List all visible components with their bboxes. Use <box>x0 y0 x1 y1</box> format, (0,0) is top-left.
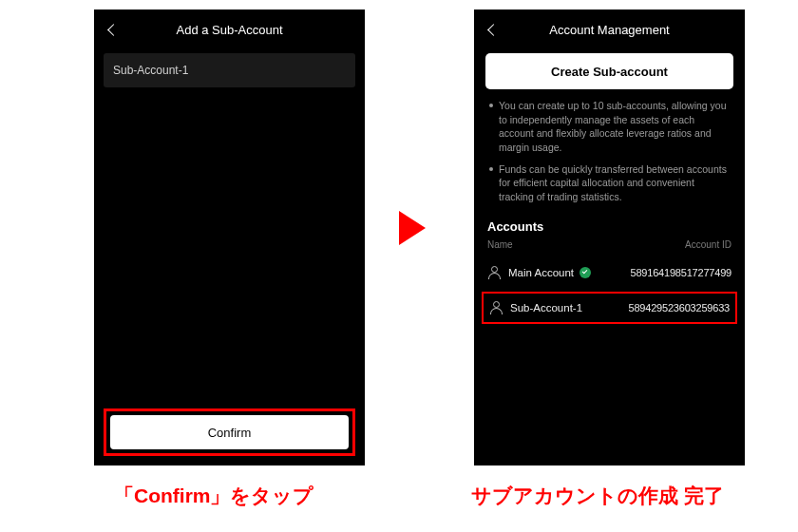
verified-check-icon <box>580 267 591 278</box>
user-icon <box>489 301 503 314</box>
confirm-button[interactable]: Confirm <box>110 415 349 449</box>
step-arrow-icon <box>399 211 426 245</box>
phone-screen-account-management: Account Management Create Sub-account Yo… <box>474 10 745 466</box>
user-icon <box>487 266 501 279</box>
caption-left: 「Confirm」をタップ <box>114 483 314 509</box>
account-row-sub-highlighted[interactable]: Sub-Account-1 589429523603259633 <box>482 292 737 324</box>
info-bullets: You can create up to 10 sub-accounts, al… <box>474 99 745 204</box>
account-id: 589429523603259633 <box>628 302 730 314</box>
col-account-id: Account ID <box>685 239 732 250</box>
col-name: Name <box>487 239 513 250</box>
confirm-highlight-box: Confirm <box>104 408 355 456</box>
caption-right: サブアカウントの作成 完了 <box>471 483 724 509</box>
create-button-label: Create Sub-account <box>551 65 668 79</box>
topbar: Add a Sub-Account <box>94 10 365 49</box>
info-bullet-1: You can create up to 10 sub-accounts, al… <box>487 99 732 155</box>
accounts-column-headers: Name Account ID <box>474 239 745 257</box>
account-name: Main Account <box>508 267 574 278</box>
account-name: Sub-Account-1 <box>510 302 582 314</box>
account-id: 589164198517277499 <box>630 267 732 278</box>
confirm-button-label: Confirm <box>208 426 252 440</box>
create-subaccount-button[interactable]: Create Sub-account <box>485 53 733 89</box>
info-bullet-2: Funds can be quickly transferred between… <box>487 162 732 204</box>
accounts-header: Accounts <box>474 212 745 239</box>
phone-screen-add-subaccount: Add a Sub-Account Sub-Account-1 Confirm <box>94 10 365 466</box>
input-value-text: Sub-Account-1 <box>113 64 188 77</box>
subaccount-name-input[interactable]: Sub-Account-1 <box>104 53 355 87</box>
topbar: Account Management <box>474 10 745 49</box>
account-row-main[interactable]: Main Account 589164198517277499 <box>474 257 745 288</box>
screen-title: Account Management <box>474 23 745 37</box>
screen-title: Add a Sub-Account <box>94 23 365 37</box>
